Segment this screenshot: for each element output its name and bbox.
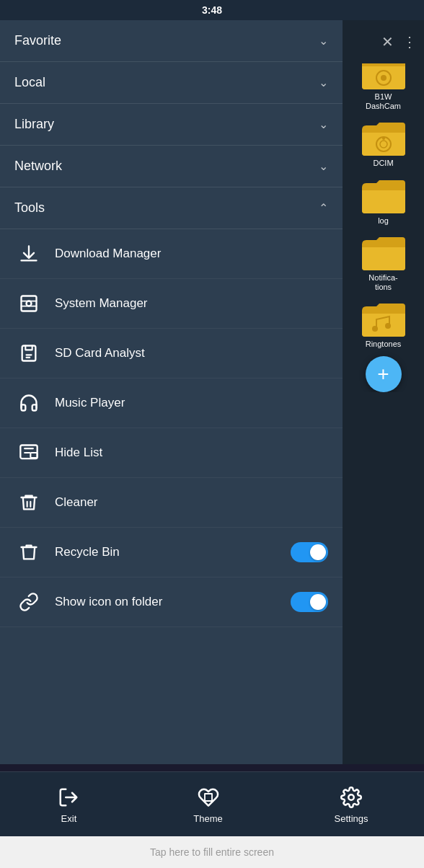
folder-dcim[interactable]: DCIM (343, 115, 424, 172)
tool-item-hide-list[interactable]: Hide List (0, 428, 343, 478)
svg-point-6 (381, 75, 387, 81)
status-bar: 3:48 (0, 0, 424, 20)
hide-list-icon (14, 438, 43, 467)
close-icon[interactable]: ✕ (381, 33, 394, 50)
nav-settings[interactable]: Settings (320, 779, 383, 830)
library-header[interactable]: Library ⌄ (0, 104, 343, 145)
nav-exit[interactable]: Exit (41, 779, 96, 830)
folder-notifications[interactable]: Notifica-tions (343, 230, 424, 296)
svg-point-11 (385, 323, 391, 329)
exit-icon (56, 784, 81, 810)
theme-icon (195, 784, 221, 810)
menu-section-local: Local ⌄ (0, 62, 343, 104)
menu-section-library: Library ⌄ (0, 104, 343, 146)
network-header[interactable]: Network ⌄ (0, 146, 343, 187)
library-chevron-icon: ⌄ (319, 118, 328, 131)
folder-icon-notifications (361, 234, 407, 272)
hide-list-label: Hide List (55, 446, 328, 460)
tool-item-music-player[interactable]: Music Player (0, 378, 343, 428)
svg-rect-2 (22, 346, 36, 361)
favorite-chevron-icon: ⌄ (319, 34, 328, 48)
more-options-icon[interactable]: ⋮ (402, 33, 417, 50)
main-container: Favorite ⌄ Local ⌄ Library ⌄ Network ⌄ (0, 20, 424, 764)
show-icon-toggle[interactable] (291, 592, 328, 612)
local-label: Local (14, 75, 45, 90)
status-time: 3:48 (202, 4, 222, 16)
folder-label-dcim: DCIM (373, 159, 393, 168)
headphones-icon (14, 389, 43, 417)
library-label: Library (14, 117, 54, 132)
system-manager-icon (14, 289, 43, 318)
tool-item-download-manager[interactable]: Download Manager (0, 229, 343, 279)
tools-chevron-icon: ⌃ (319, 201, 328, 215)
recycle-bin-toggle[interactable] (291, 542, 328, 562)
system-manager-label: System Manager (55, 296, 328, 311)
network-chevron-icon: ⌄ (319, 159, 328, 173)
sd-card-analyst-label: SD Card Analyst (55, 346, 328, 360)
fab-icon: + (377, 363, 389, 386)
folder-log[interactable]: log (343, 173, 424, 230)
fab-add-button[interactable]: + (366, 356, 402, 392)
download-manager-label: Download Manager (55, 247, 328, 261)
folder-list: B1WDashCam DCIM (343, 49, 424, 392)
network-label: Network (14, 159, 62, 174)
recycle-bin-label: Recycle Bin (55, 545, 291, 559)
svg-rect-4 (30, 453, 37, 458)
tool-item-system-manager[interactable]: System Manager (0, 279, 343, 329)
tool-item-show-icon-on-folder[interactable]: Show icon on folder (0, 577, 343, 627)
tools-label: Tools (14, 200, 45, 216)
tools-header[interactable]: Tools ⌃ (0, 187, 343, 229)
tool-item-cleaner[interactable]: Cleaner (0, 478, 343, 528)
show-icon-on-folder-label: Show icon on folder (55, 595, 291, 609)
svg-point-12 (348, 794, 354, 800)
tools-section: Tools ⌃ Download Manager (0, 187, 343, 764)
fill-screen-text: Tap here to fill entire screen (150, 846, 274, 858)
local-chevron-icon: ⌄ (319, 76, 328, 89)
folder-icon-log (361, 177, 407, 215)
sd-card-icon (14, 339, 43, 368)
folder-icon-dcim (361, 120, 407, 157)
exit-label: Exit (61, 813, 77, 824)
settings-label: Settings (335, 813, 368, 824)
folder-label-ringtones: Ringtones (366, 340, 402, 349)
local-header[interactable]: Local ⌄ (0, 62, 343, 103)
svg-point-10 (372, 326, 378, 332)
folder-label-notifications: Notifica-tions (368, 273, 397, 292)
nav-theme[interactable]: Theme (179, 779, 237, 830)
svg-rect-0 (22, 296, 37, 311)
favorite-label: Favorite (14, 33, 61, 48)
folder-ringtones[interactable]: Ringtones (343, 296, 424, 353)
trash-icon (14, 538, 43, 567)
favorite-header[interactable]: Favorite ⌄ (0, 20, 343, 61)
top-right-area: ✕ ⋮ (343, 20, 424, 63)
cleaner-label: Cleaner (55, 495, 328, 510)
folder-label-b1w-dashcam: B1WDashCam (366, 92, 401, 111)
tool-item-recycle-bin[interactable]: Recycle Bin (0, 528, 343, 577)
settings-icon (338, 784, 364, 810)
menu-section-favorite: Favorite ⌄ (0, 20, 343, 62)
folder-label-log: log (378, 216, 389, 226)
download-icon (14, 239, 43, 268)
svg-point-9 (382, 137, 385, 140)
svg-point-1 (27, 301, 32, 306)
bottom-nav: Exit Theme Settings (0, 771, 424, 836)
menu-section-network: Network ⌄ (0, 146, 343, 187)
right-panel: B1WDashCam DCIM (343, 20, 424, 764)
link-icon (14, 588, 43, 616)
fill-screen-bar[interactable]: Tap here to fill entire screen (0, 836, 424, 868)
tool-item-sd-card-analyst[interactable]: SD Card Analyst (0, 329, 343, 378)
cleaner-icon (14, 488, 43, 517)
navigation-drawer: Favorite ⌄ Local ⌄ Library ⌄ Network ⌄ (0, 20, 343, 764)
svg-rect-3 (20, 446, 37, 459)
folder-icon-ringtones (361, 301, 407, 338)
theme-label: Theme (193, 813, 222, 824)
music-player-label: Music Player (55, 396, 328, 410)
